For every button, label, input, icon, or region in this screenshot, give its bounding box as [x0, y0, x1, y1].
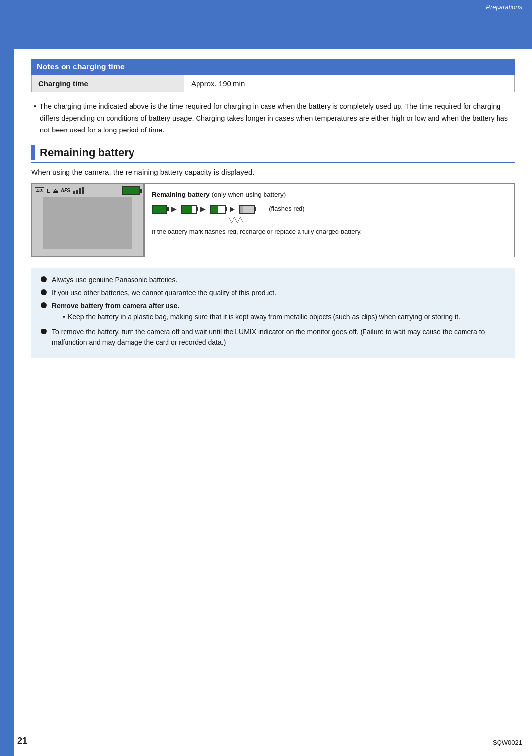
charging-note-text: The charging time indicated above is the…	[31, 99, 515, 136]
page-number: 21	[17, 736, 27, 746]
section-blue-bar	[31, 145, 35, 160]
remaining-battery-section: Remaining battery When using the camera,…	[31, 145, 515, 358]
bullet-text-2: If you use other batteries, we cannot gu…	[52, 288, 276, 298]
arrow-2: ▶	[200, 204, 206, 215]
battery-50-icon	[210, 205, 226, 214]
camera-screen: 4:3 L ⛰ AFS	[31, 183, 144, 257]
bullet-text-1: Always use genuine Panasonic batteries.	[52, 275, 177, 286]
charging-table: Charging time Approx. 190 min	[31, 75, 515, 92]
illustration-row: 4:3 L ⛰ AFS	[31, 183, 515, 257]
annotation-title-line: Remaining battery (only when using batte…	[152, 190, 507, 200]
battery-sequence: ▶ ▶ ▶ – (flashes red)	[152, 204, 507, 215]
flashes-label: (flashes red)	[269, 204, 304, 214]
bullet-dot-1	[41, 276, 47, 282]
size-icon: L	[47, 188, 50, 194]
bars-icon	[73, 187, 84, 194]
doc-code: SQW0021	[493, 739, 522, 746]
afs-icon: AFS	[61, 188, 70, 193]
bullet-notes: Always use genuine Panasonic batteries. …	[31, 268, 515, 358]
remaining-battery-description: When using the camera, the remaining bat…	[31, 168, 515, 176]
bullet-dot-3	[41, 302, 47, 308]
arrow-1: ▶	[171, 204, 177, 215]
bullet-item-3: Remove battery from camera after use. Ke…	[41, 301, 507, 324]
battery-display-icon	[122, 186, 140, 195]
bullet-dot-4	[41, 329, 47, 334]
battery-25-icon	[239, 205, 255, 214]
left-sidebar	[0, 0, 14, 756]
header-banner	[14, 14, 532, 49]
annotation-box: Remaining battery (only when using batte…	[144, 183, 515, 257]
diagonal-lines: ╲╱╲╱╲	[229, 216, 507, 224]
charging-time-value: Approx. 190 min	[184, 75, 515, 92]
mountain-icon: ⛰	[53, 188, 58, 194]
remaining-battery-title: Remaining battery	[40, 146, 134, 159]
notes-charging-section: Notes on charging time Charging time App…	[31, 59, 515, 136]
annotation-subtitle: (only when using battery)	[210, 191, 286, 198]
ratio-icon: 4:3	[35, 187, 44, 194]
battery-75-icon	[181, 205, 197, 214]
notes-charging-header: Notes on charging time	[31, 59, 515, 75]
table-row: Charging time Approx. 190 min	[32, 75, 515, 92]
camera-screen-inner	[43, 197, 132, 249]
bullet-text-4: To remove the battery, turn the camera o…	[52, 327, 507, 348]
bullet-dot-2	[41, 289, 47, 295]
top-bar: Preparations	[0, 0, 532, 14]
notes-charging-title: Notes on charging time	[37, 63, 125, 71]
section-label: Preparations	[486, 3, 522, 11]
remaining-battery-header: Remaining battery	[31, 145, 515, 163]
bullet-item-4: To remove the battery, turn the camera o…	[41, 327, 507, 348]
battery-full-icon	[152, 205, 167, 214]
sub-bullet-3: Keep the battery in a plastic bag, makin…	[52, 312, 460, 323]
arrow-3: ▶	[230, 204, 235, 215]
bullet-bold-text-3: Remove battery from camera after use.	[52, 302, 179, 310]
bullet-content-3: Remove battery from camera after use. Ke…	[52, 301, 460, 324]
dash-icon: –	[259, 204, 262, 214]
bullet-item-2: If you use other batteries, we cannot gu…	[41, 288, 507, 298]
annotation-title: Remaining battery	[152, 191, 210, 198]
charging-time-label: Charging time	[32, 75, 184, 92]
main-content: Notes on charging time Charging time App…	[14, 49, 532, 736]
camera-top-bar: 4:3 L ⛰ AFS	[32, 184, 143, 197]
annotation-note: If the battery mark flashes red, recharg…	[152, 227, 507, 237]
bullet-item-1: Always use genuine Panasonic batteries.	[41, 275, 507, 286]
